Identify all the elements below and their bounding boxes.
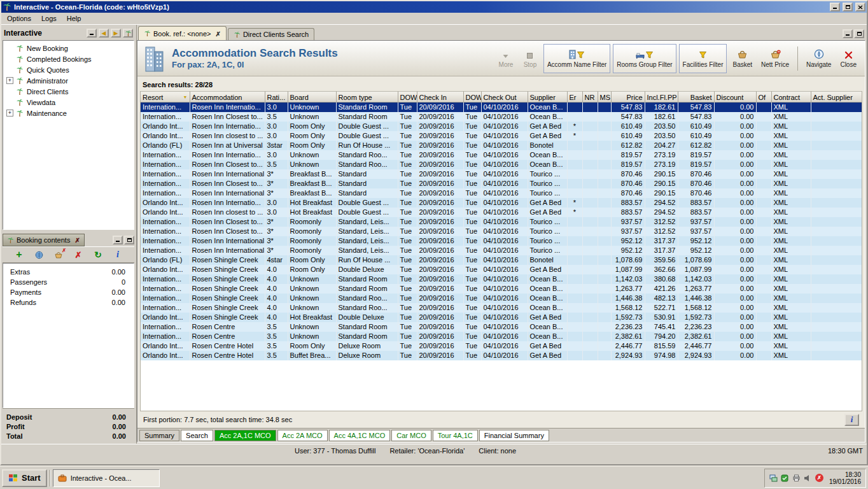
document-tab[interactable]: Book. ref.: <none> <box>138 26 227 40</box>
result-row[interactable]: Orlando (FL) Rosen Shingle Creek 4star R… <box>141 255 862 265</box>
basket-button[interactable]: Basket <box>729 44 755 73</box>
document-minimize-button[interactable] <box>843 29 853 38</box>
column-header[interactable]: Check In <box>417 92 463 103</box>
column-header[interactable]: MS <box>598 92 611 103</box>
mute-error-icon[interactable] <box>815 474 823 482</box>
result-row[interactable]: Internation... Rosen Shingle Creek 4.0 U… <box>141 274 862 284</box>
info-button[interactable] <box>112 249 123 260</box>
column-header[interactable]: Resort <box>141 92 190 103</box>
close-results-button[interactable]: Close <box>837 44 860 73</box>
app-tray-icon[interactable] <box>781 474 789 482</box>
result-row[interactable]: Internation... Rosen Centre 3.5 Unknown … <box>141 332 862 341</box>
column-header[interactable]: Rati... <box>265 92 288 103</box>
bottom-tab[interactable]: Summary <box>139 430 179 441</box>
column-header[interactable]: Room type <box>336 92 398 103</box>
result-row[interactable]: Internation... Rosen Inn Internatio... 3… <box>141 103 862 113</box>
close-window-button[interactable] <box>855 3 865 11</box>
printer-icon[interactable] <box>792 474 801 482</box>
globe-button[interactable] <box>33 249 45 260</box>
close-icon[interactable] <box>73 236 80 244</box>
result-row[interactable]: Internation... Rosen Inn International 3… <box>141 188 862 198</box>
add-button[interactable] <box>13 249 25 260</box>
result-row[interactable]: Orlando Int... Rosen Inn closest to ... … <box>141 208 862 217</box>
tree-item[interactable]: Administrator <box>3 75 134 86</box>
result-row[interactable]: Orlando Int... Rosen Shingle Creek 4.0 R… <box>141 265 862 274</box>
result-row[interactable]: Internation... Rosen Centre 3.5 Unknown … <box>141 322 862 332</box>
result-row[interactable]: Internation... Rosen Inn International 3… <box>141 246 862 255</box>
bottom-tab[interactable]: Acc 2A MCO <box>277 430 328 441</box>
column-header[interactable]: Er <box>567 92 582 103</box>
result-row[interactable]: Internation... Rosen Inn Closest to... 3… <box>141 227 862 236</box>
column-header[interactable]: DOW <box>398 92 417 103</box>
column-header[interactable]: Contract <box>771 92 811 103</box>
document-tab[interactable]: Direct Clients Search <box>228 28 314 40</box>
bottom-tab[interactable]: Car MCO <box>391 430 431 441</box>
start-button[interactable]: Start <box>2 469 47 487</box>
column-header[interactable]: DOW <box>463 92 481 103</box>
accomm-name-filter-button[interactable]: Accomm Name Filter <box>543 44 610 73</box>
result-row[interactable]: Orlando Int... Rosen Shingle Creek 4.0 H… <box>141 313 862 322</box>
sidebar-minimize-button[interactable] <box>87 29 97 38</box>
tree-item[interactable]: Viewdata <box>3 97 134 108</box>
column-header[interactable]: Of <box>756 92 771 103</box>
restore-button[interactable] <box>843 3 853 11</box>
refresh-button[interactable] <box>92 249 104 260</box>
result-row[interactable]: Internation... Rosen Inn Closest to... 3… <box>141 179 862 188</box>
result-row[interactable]: Internation... Rosen Inn International 3… <box>141 169 862 179</box>
delete-button[interactable] <box>73 249 84 260</box>
column-header[interactable]: Board <box>288 92 336 103</box>
booking-contents-tab[interactable]: Booking contents <box>3 234 85 246</box>
rooms-group-filter-button[interactable]: Rooms Group Filter <box>613 44 676 73</box>
result-row[interactable]: Orlando Int... Rosen Inn Internatio... 3… <box>141 198 862 208</box>
menu-item[interactable]: Options <box>2 13 36 24</box>
nett-price-button[interactable]: Nett Price <box>758 44 792 73</box>
bottom-tab[interactable]: Financial Summary <box>479 430 549 441</box>
taskbar-clock[interactable]: 18:30 19/01/2016 <box>827 471 861 485</box>
sidebar-palm-button[interactable] <box>123 29 133 38</box>
result-row[interactable]: Internation... Rosen Inn Closest to... 3… <box>141 112 862 122</box>
sidebar-back-button[interactable]: ◀ <box>99 29 109 38</box>
tree-item[interactable]: Quick Quotes <box>3 64 134 75</box>
bottom-tab[interactable]: Search <box>181 430 213 441</box>
result-row[interactable]: Internation... Rosen Shingle Creek 4.0 U… <box>141 303 862 313</box>
column-header[interactable]: Supplier <box>528 92 567 103</box>
info-button[interactable]: i <box>844 414 859 426</box>
tree-item[interactable]: Completed Bookings <box>3 53 134 64</box>
column-header[interactable]: Act. Supplier <box>811 92 862 103</box>
panel-maximize-button[interactable] <box>124 236 134 244</box>
expand-icon[interactable] <box>6 110 13 117</box>
tab-close-icon[interactable] <box>214 30 221 38</box>
expand-icon[interactable] <box>6 77 13 84</box>
result-row[interactable]: Orlando Int... Rosen Centre Hotel 3.5 Bu… <box>141 351 862 360</box>
result-row[interactable]: Internation... Rosen Shingle Creek 4.0 U… <box>141 284 862 294</box>
facilities-filter-button[interactable]: Facilities Filter <box>679 44 727 73</box>
volume-icon[interactable] <box>804 474 812 482</box>
network-icon[interactable] <box>769 474 778 482</box>
document-maximize-button[interactable] <box>854 29 864 38</box>
result-row[interactable]: Internation... Rosen Inn International 3… <box>141 236 862 246</box>
column-header[interactable]: NR <box>582 92 598 103</box>
column-header[interactable]: Check Out <box>481 92 528 103</box>
remove-from-basket-button[interactable]: ✗ <box>53 249 64 260</box>
tree-item[interactable]: New Booking <box>3 43 134 53</box>
bottom-tab[interactable]: Acc 2A,1C MCO <box>214 430 276 441</box>
result-row[interactable]: Orlando Int... Rosen Centre Hotel 3.5 Ro… <box>141 341 862 351</box>
bottom-tab[interactable]: Acc 4A,1C MCO <box>329 430 391 441</box>
minimize-button[interactable] <box>830 3 840 11</box>
tree-item[interactable]: Maintenance <box>3 108 134 118</box>
panel-minimize-button[interactable] <box>113 236 123 244</box>
result-row[interactable]: Orlando Int... Rosen Inn closest to ... … <box>141 131 862 141</box>
result-row[interactable]: Internation... Rosen Inn Closest to... 3… <box>141 217 862 227</box>
sidebar-forward-button[interactable]: ▶ <box>111 29 121 38</box>
bottom-tab[interactable]: Tour 4A,1C <box>433 430 478 441</box>
task-button[interactable]: Interactive - Ocea... <box>53 469 160 487</box>
column-header[interactable]: Discount <box>714 92 756 103</box>
result-row[interactable]: Internation... Rosen Inn Closest to... 3… <box>141 160 862 169</box>
result-row[interactable]: Internation... Rosen Shingle Creek 4.0 U… <box>141 294 862 303</box>
result-row[interactable]: Orlando (FL) Rosen Inn at Universal 3sta… <box>141 141 862 150</box>
result-row[interactable]: Orlando Int... Rosen Inn Internatio... 3… <box>141 122 862 131</box>
column-header[interactable]: Incl.Fl.PP <box>645 92 678 103</box>
result-row[interactable]: Internation... Rosen Inn Internatio... 3… <box>141 150 862 160</box>
column-header[interactable]: Price <box>611 92 645 103</box>
menu-item[interactable]: Help <box>62 13 87 24</box>
